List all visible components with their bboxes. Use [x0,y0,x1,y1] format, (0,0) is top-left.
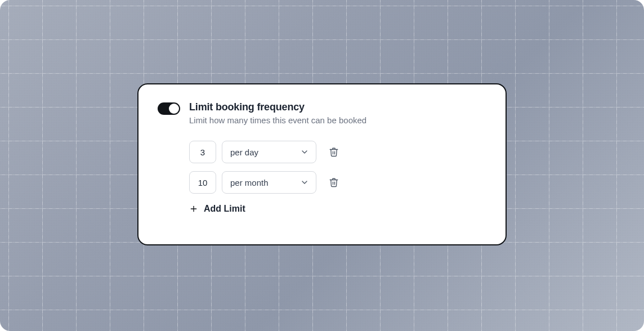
limit-row: 10 per month [189,171,486,194]
card-title: Limit booking frequency [189,101,366,113]
plus-icon [189,204,198,213]
limit-count-input[interactable]: 3 [189,141,216,163]
delete-limit-button[interactable] [329,177,339,187]
limit-period-select[interactable]: per day [222,141,316,163]
add-limit-button[interactable]: Add Limit [189,204,486,214]
chevron-down-icon [300,178,309,187]
booking-frequency-card: Limit booking frequency Limit how many t… [137,83,507,245]
limit-count-input[interactable]: 10 [189,171,216,194]
limit-frequency-toggle[interactable] [158,102,180,115]
limit-period-label: per day [230,147,258,157]
add-limit-label: Add Limit [204,204,245,214]
card-subtitle: Limit how many times this event can be b… [189,115,366,125]
limit-period-select[interactable]: per month [222,171,316,194]
chevron-down-icon [300,147,309,156]
delete-limit-button[interactable] [329,147,339,157]
limit-period-label: per month [230,178,269,187]
limit-row: 3 per day [189,141,486,163]
